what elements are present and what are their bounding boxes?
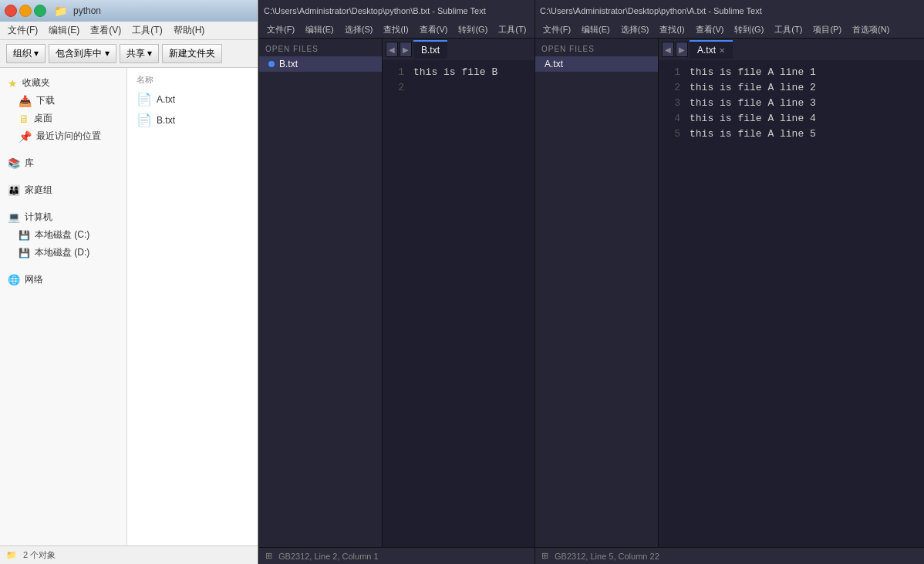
sublime-b-statusbar: ⊞ GB2312, Line 2, Column 1 [259,547,535,564]
line-row: 1 this is file B [383,66,535,82]
sa-menu-prefs[interactable]: 首选项(N) [848,22,894,37]
sb-menu-edit[interactable]: 编辑(E) [301,22,339,37]
family-section: 👨‍👩‍👦 家庭组 [3,181,123,199]
explorer-menu-file[interactable]: 文件(F) [3,22,42,39]
file-item-a[interactable]: 📄 A.txt [130,89,255,110]
explorer-toolbar: 组织 ▾ 包含到库中 ▾ 共享 ▾ 新建文件夹 [0,40,258,68]
sublime-a-editor: ◀ ▶ A.txt ✕ 1 this is file A line 1 2 th… [659,39,924,547]
recent-label: 最近访问的位置 [36,130,101,143]
tab-a-close[interactable]: ✕ [719,46,725,55]
line-code-a3: this is file A line 3 [690,97,816,113]
sa-menu-tools[interactable]: 工具(T) [770,22,807,37]
explorer-menu-help[interactable]: 帮助(H) [169,22,210,39]
line-num-a1: 1 [659,66,690,82]
explorer-min-btn[interactable] [19,5,32,17]
sb-menu-tools[interactable]: 工具(T) [494,22,531,37]
sidebar-item-computer[interactable]: 💻 计算机 [3,208,123,226]
sidebar-item-library[interactable]: 📚 库 [3,154,123,172]
sublime-b-menubar: 文件(F) 编辑(E) 选择(S) 查找(I) 查看(V) 转到(G) 工具(T… [259,22,535,39]
tab-nav-right-a[interactable]: ▶ [676,42,688,57]
tab-nav-left-b[interactable]: ◀ [386,42,398,57]
library-icon: 📚 [8,157,20,169]
explorer-menu-tools[interactable]: 工具(T) [127,22,167,39]
line-code-a5: this is file A line 5 [690,128,816,144]
file-a-icon: 📄 [137,92,152,106]
line-row: 3 this is file A line 3 [659,97,924,113]
sidebar-item-recent[interactable]: 📌 最近访问的位置 [3,127,123,145]
sidebar-item-download[interactable]: 📥 下载 [3,92,123,110]
line-code-a2: this is file A line 2 [690,82,816,97]
folder-icon-status: 📁 [6,550,17,560]
tab-a-txt[interactable]: A.txt ✕ [690,40,733,59]
sidebar-file-b[interactable]: B.txt [259,56,382,72]
explorer-body: ★ 收藏夹 📥 下载 🖥 桌面 📌 最近访问的位置 [0,68,258,545]
explorer-main: 名称 📄 A.txt 📄 B.txt [127,68,258,545]
line-row: 4 this is file A line 4 [659,113,924,128]
explorer-panel: 📁 python 文件(F) 编辑(E) 查看(V) 工具(T) 帮助(H) 组… [0,0,258,564]
explorer-max-btn[interactable] [34,5,46,17]
tab-b-txt[interactable]: B.txt [413,40,447,59]
sa-menu-file[interactable]: 文件(F) [538,22,575,37]
tab-b-name: B.txt [421,45,440,56]
explorer-menu-edit[interactable]: 编辑(E) [44,22,84,39]
tab-nav-right-b[interactable]: ▶ [400,42,412,57]
status-icon-b: ⊞ [265,551,272,561]
sidebar-file-a-name: A.txt [545,59,563,69]
star-icon: ★ [8,77,18,89]
sidebar-item-drive-d[interactable]: 💾 本地磁盘 (D:) [3,244,123,262]
sublime-a-titlebar: C:\Users\Administrator\Desktop\python\A.… [535,0,924,22]
sublime-b-title: C:\Users\Administrator\Desktop\python\B.… [264,6,486,15]
sa-menu-goto[interactable]: 转到(G) [730,22,768,37]
favorites-header[interactable]: ★ 收藏夹 [3,74,123,92]
sublime-a-content[interactable]: 1 this is file A line 1 2 this is file A… [659,60,924,547]
sb-menu-select[interactable]: 选择(S) [340,22,378,37]
sa-menu-project[interactable]: 项目(P) [808,22,846,37]
sb-menu-file[interactable]: 文件(F) [262,22,299,37]
sublime-a-menubar: 文件(F) 编辑(E) 选择(S) 查找(I) 查看(V) 转到(G) 工具(T… [535,22,924,39]
folder-icon: 📥 [19,95,32,107]
new-folder-button[interactable]: 新建文件夹 [162,44,222,63]
tab-nav-left-a[interactable]: ◀ [662,42,674,57]
sa-menu-find[interactable]: 查找(I) [655,22,689,37]
file-item-b[interactable]: 📄 B.txt [130,110,255,130]
explorer-close-btn[interactable] [5,5,17,17]
drive-d-label: 本地磁盘 (D:) [35,246,89,259]
line-row: 5 this is file A line 5 [659,128,924,144]
favorites-section: ★ 收藏夹 📥 下载 🖥 桌面 📌 最近访问的位置 [3,74,123,145]
line-code-1: this is file B [413,66,497,82]
sidebar-file-a[interactable]: A.txt [535,56,658,72]
family-icon: 👨‍👩‍👦 [8,184,20,196]
tab-a-name: A.txt [697,45,716,56]
line-code-a1: this is file A line 1 [690,66,816,82]
sidebar-item-drive-c[interactable]: 💾 本地磁盘 (C:) [3,226,123,244]
sublime-b-content[interactable]: 1 this is file B 2 [383,60,535,547]
sb-menu-view[interactable]: 查看(V) [415,22,453,37]
sa-menu-select[interactable]: 选择(S) [616,22,654,37]
file-a-name: A.txt [157,94,175,105]
sidebar-item-network[interactable]: 🌐 网络 [3,271,123,289]
download-label: 下载 [36,94,55,107]
sb-menu-goto[interactable]: 转到(G) [454,22,492,37]
library-label: 库 [25,157,34,170]
sublime-b-editor: ◀ ▶ B.txt 1 this is file B 2 [383,39,535,547]
sidebar-item-desktop[interactable]: 🖥 桌面 [3,110,123,127]
sidebar-file-b-name: B.txt [279,59,298,69]
organize-button[interactable]: 组织 ▾ [6,44,46,63]
sublime-b-titlebar: C:\Users\Administrator\Desktop\python\B.… [259,0,535,22]
sb-menu-find[interactable]: 查找(I) [379,22,413,37]
share-button[interactable]: 共享 ▾ [120,44,159,63]
explorer-menu-view[interactable]: 查看(V) [86,22,126,39]
folder-icon: 📁 [54,5,67,17]
sublime-a-statusbar: ⊞ GB2312, Line 5, Column 22 [535,547,924,564]
sublime-b-sidebar: OPEN FILES B.txt [259,39,383,547]
drive-c-label: 本地磁盘 (C:) [35,228,89,241]
sa-menu-edit[interactable]: 编辑(E) [577,22,615,37]
computer-section: 💻 计算机 💾 本地磁盘 (C:) 💾 本地磁盘 (D:) [3,208,123,262]
computer-label: 计算机 [25,211,52,224]
explorer-menubar: 文件(F) 编辑(E) 查看(V) 工具(T) 帮助(H) [0,22,258,40]
sublime-b-status: GB2312, Line 2, Column 1 [278,552,379,561]
line-num-1: 1 [383,66,413,82]
sa-menu-view[interactable]: 查看(V) [691,22,729,37]
include-library-button[interactable]: 包含到库中 ▾ [49,44,116,63]
sidebar-item-family[interactable]: 👨‍👩‍👦 家庭组 [3,181,123,199]
